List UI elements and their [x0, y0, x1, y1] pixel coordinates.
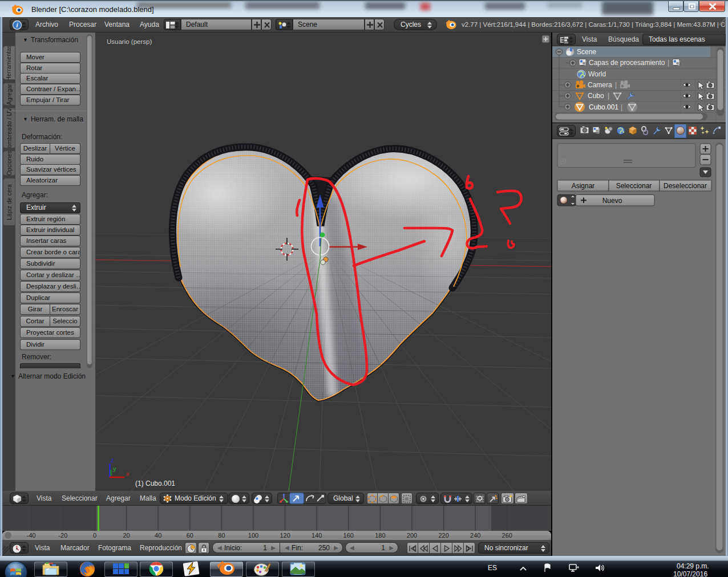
svg-text:z: z — [111, 457, 114, 464]
svg-text:80: 80 — [218, 532, 225, 539]
svg-text:Nuevo: Nuevo — [602, 197, 622, 205]
svg-text:Deseleccionar: Deseleccionar — [664, 182, 707, 190]
svg-text:|: | — [621, 103, 622, 111]
svg-text:-20: -20 — [58, 532, 67, 539]
svg-text:200: 200 — [407, 532, 417, 539]
svg-text:260: 260 — [502, 532, 512, 539]
svg-text:Camera: Camera — [588, 81, 612, 89]
svg-text:|: | — [668, 59, 669, 67]
svg-text:60: 60 — [187, 532, 193, 539]
svg-text:40: 40 — [155, 532, 161, 539]
svg-text:|: | — [615, 81, 617, 89]
svg-text:World: World — [588, 70, 606, 78]
svg-text:0: 0 — [93, 532, 96, 539]
svg-text:(1) Cubo.001: (1) Cubo.001 — [135, 480, 175, 487]
svg-text:-40: -40 — [27, 532, 36, 539]
svg-text:Capas de procesamiento: Capas de procesamiento — [589, 59, 665, 67]
svg-text:180: 180 — [375, 532, 385, 539]
svg-text:x: x — [126, 470, 130, 477]
svg-text:100: 100 — [248, 532, 258, 539]
svg-text:Asignar: Asignar — [572, 182, 595, 190]
svg-text:Usuario (persp): Usuario (persp) — [107, 38, 152, 45]
svg-text:20: 20 — [123, 532, 130, 539]
svg-text:Cubo: Cubo — [588, 92, 604, 100]
svg-text:Scene: Scene — [577, 48, 596, 56]
svg-text:120: 120 — [280, 532, 290, 539]
svg-text:240: 240 — [470, 532, 480, 539]
svg-text:y: y — [113, 465, 116, 472]
svg-text:|: | — [608, 92, 609, 100]
svg-text:140: 140 — [312, 532, 322, 539]
svg-text:160: 160 — [343, 532, 354, 539]
svg-text:220: 220 — [438, 532, 448, 539]
svg-text:Cubo.001: Cubo.001 — [589, 103, 618, 111]
svg-text:Seleccionar: Seleccionar — [616, 182, 652, 190]
